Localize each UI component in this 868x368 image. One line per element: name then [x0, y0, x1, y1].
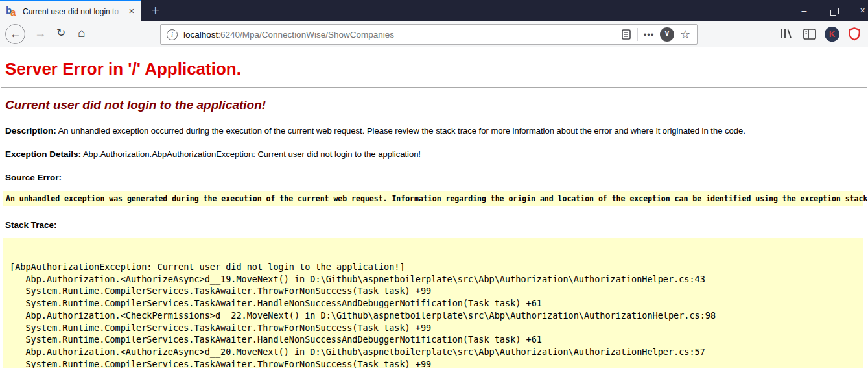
error-message: Current user did not login to the applic…	[5, 98, 863, 112]
restore-icon	[830, 10, 836, 16]
tab-title: Current user did not login to th	[23, 7, 120, 16]
source-error-row: Source Error:	[5, 173, 863, 182]
shield-extension-icon[interactable]	[846, 25, 863, 42]
home-button[interactable]: ⌂	[72, 24, 91, 43]
new-tab-button[interactable]: +	[144, 0, 167, 21]
restore-button[interactable]	[819, 0, 848, 21]
title-divider	[1, 87, 867, 88]
pocket-icon[interactable]: ∨	[658, 25, 676, 43]
close-button[interactable]: ×	[848, 0, 868, 21]
extension-k-icon[interactable]: K	[825, 27, 839, 42]
description-text: An unhandled exception occurred during t…	[56, 126, 745, 136]
abp-favicon-icon: b a	[6, 6, 18, 18]
reader-mode-icon[interactable]	[617, 25, 635, 43]
tab-close-icon[interactable]: ×	[126, 6, 137, 18]
exception-details-label: Exception Details:	[5, 149, 81, 159]
navigation-toolbar: ← → ↻ ⌂ i localhost:6240/Mpa/ConnectionW…	[0, 21, 868, 47]
page-title: Server Error in '/' Application.	[5, 59, 863, 79]
description-label: Description:	[5, 126, 56, 136]
forward-button[interactable]: →	[30, 24, 50, 43]
exception-details-text: Abp.Authorization.AbpAuthorizationExcept…	[81, 149, 421, 159]
stack-trace-box: [AbpAuthorizationException: Current user…	[3, 238, 863, 368]
urlbar-actions: ••• ∨ ☆	[617, 25, 697, 44]
window-controls: – ×	[790, 0, 868, 21]
back-button[interactable]: ←	[5, 24, 25, 44]
source-error-box: An unhandled exception was generated dur…	[3, 191, 863, 206]
source-error-label: Source Error:	[5, 173, 62, 182]
toolbar-right-icons: K	[778, 25, 863, 42]
sidebar-icon[interactable]	[801, 25, 818, 42]
error-page: Server Error in '/' Application. Current…	[0, 48, 868, 368]
reload-button[interactable]: ↻	[51, 24, 71, 43]
exception-details-row: Exception Details: Abp.Authorization.Abp…	[5, 149, 863, 159]
library-icon[interactable]	[778, 25, 795, 42]
tab-title-fade	[108, 3, 123, 21]
browser-tab[interactable]: b a Current user did not login to th ×	[0, 0, 141, 21]
titlebar: b a Current user did not login to th × +…	[0, 0, 868, 21]
url-path: :6240/Mpa/ConnectionWise/ShowCompanies	[218, 30, 394, 40]
urlbar-separator	[637, 28, 638, 41]
bookmark-star-icon[interactable]: ☆	[676, 25, 694, 43]
page-actions-icon[interactable]: •••	[640, 25, 658, 43]
description-row: Description: An unhandled exception occu…	[5, 126, 863, 136]
address-bar[interactable]: i localhost:6240/Mpa/ConnectionWise/Show…	[160, 24, 698, 45]
stack-trace-label: Stack Trace:	[5, 220, 57, 230]
stack-trace-row: Stack Trace:	[5, 220, 863, 230]
url-text: localhost:6240/Mpa/ConnectionWise/ShowCo…	[183, 30, 394, 40]
site-info-icon[interactable]: i	[167, 29, 178, 40]
url-host: localhost	[183, 30, 218, 40]
minimize-button[interactable]: –	[790, 0, 819, 21]
